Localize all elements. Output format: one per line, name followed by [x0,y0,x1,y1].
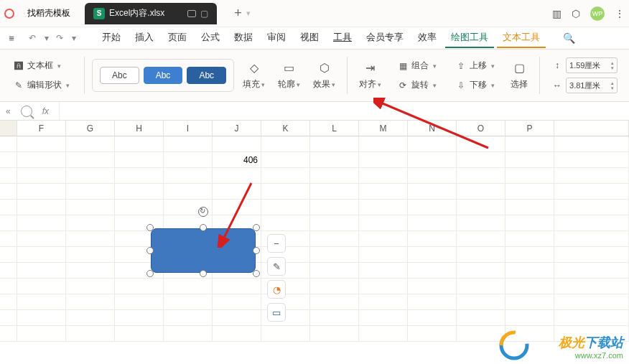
outline-button[interactable]: ▭ 轮廓▾ [274,60,304,92]
mini-minus-button[interactable]: − [267,234,286,253]
watermark-brand-1: 极光 [559,335,584,350]
move-up-button[interactable]: ⇪ 上移▾ [452,58,498,73]
width-icon: ↔ [551,80,563,91]
col-K[interactable]: K [261,121,310,136]
tab-label: 找稻壳模板 [27,7,70,19]
menu-formula[interactable]: 公式 [195,28,225,48]
resize-handle-n[interactable] [200,224,207,231]
rotate-button[interactable]: ⟳ 旋转▾ [394,78,439,93]
move-down-label: 下移 [470,79,487,91]
shape-style-gallery[interactable]: Abc Abc Abc [92,59,234,92]
mini-outline-button[interactable]: ▭ [267,303,286,322]
group-button[interactable]: ▦ 组合▾ [394,58,439,73]
ribbon-textbox-group: 🅰 文本框 ▾ ✎ 编辑形状 ▾ [6,58,77,93]
menu-start[interactable]: 开始 [96,28,126,48]
spreadsheet-grid[interactable]: F G H I J K L M N O P 406 [0,121,629,342]
align-button[interactable]: ⇥ 对齐▾ [355,60,386,92]
width-input[interactable]: 3.81厘米 ▴▾ [566,78,618,93]
col-I[interactable]: I [164,121,213,136]
tab-label: Excel内容.xlsx [109,7,164,19]
col-J[interactable]: J [213,121,261,136]
resize-handle-s[interactable] [200,270,207,277]
menu-member[interactable]: 会员专享 [360,28,409,48]
menu-tools[interactable]: 工具 [327,28,358,48]
tab-document[interactable]: S Excel内容.xlsx ▢ [85,3,217,24]
width-value: 3.81厘米 [569,80,600,91]
more-menu-icon[interactable]: ⋮ [615,8,625,19]
corner-cell[interactable] [0,121,17,136]
rounded-rectangle-shape[interactable] [151,228,256,273]
watermark: 极光下载站 www.xz7.com [559,334,623,360]
align-label: 对齐 [359,79,376,89]
edit-shape-button[interactable]: ✎ 编辑形状 ▾ [10,78,73,93]
package-icon[interactable]: ⬡ [572,8,580,19]
col-F[interactable]: F [17,121,66,136]
select-icon: ▢ [512,61,526,75]
col-P[interactable]: P [505,121,554,136]
menu-drawing-tools[interactable]: 绘图工具 [445,28,494,48]
watermark-logo-icon [498,330,530,361]
watermark-url: www.xz7.com [559,351,623,360]
style-preset-3[interactable]: Abc [187,67,226,84]
redo-dropdown[interactable]: ▾ [69,33,79,43]
col-N[interactable]: N [408,121,457,136]
move-down-button[interactable]: ⇩ 下移▾ [452,78,498,93]
cell-J[interactable]: 406 [213,152,261,167]
fill-icon: ◇ [247,61,261,75]
monitor-icon [187,10,196,17]
menu-insert[interactable]: 插入 [129,28,159,48]
menu-page[interactable]: 页面 [162,28,192,48]
undo-button[interactable]: ↶ [26,33,39,43]
resize-handle-ne[interactable] [253,224,260,231]
resize-handle-se[interactable] [253,270,260,277]
home-icon[interactable]: ≡ [4,31,19,45]
move-up-label: 上移 [470,60,487,72]
col-end[interactable] [554,121,629,136]
search-icon[interactable]: 🔍 [563,32,574,44]
move-up-icon: ⇪ [455,60,467,72]
formula-input[interactable] [59,102,623,120]
mini-edit-button[interactable]: ✎ [267,257,286,276]
col-O[interactable]: O [457,121,505,136]
height-input[interactable]: 1.59厘米 ▴▾ [566,57,618,73]
col-G[interactable]: G [66,121,115,136]
menu-view[interactable]: 视图 [294,28,325,48]
selected-shape[interactable] [151,228,256,273]
panel-icon[interactable]: ▥ [552,8,562,19]
menu-text-tools[interactable]: 文本工具 [497,28,546,48]
textbox-button[interactable]: 🅰 文本框 ▾ [10,58,73,73]
style-preset-1[interactable]: Abc [100,67,139,84]
formula-bar: « fx [0,102,629,121]
resize-handle-e[interactable] [253,247,260,254]
resize-handle-w[interactable] [146,247,154,254]
mini-fill-button[interactable]: ◔ [267,280,286,299]
menu-data[interactable]: 数据 [228,28,258,48]
edit-shape-icon: ✎ [13,80,24,91]
collapse-button[interactable]: « [6,106,11,116]
name-box-search-icon[interactable] [21,106,32,117]
fx-label[interactable]: fx [42,106,49,116]
tab-dropdown[interactable]: ▾ [246,9,251,18]
chevron-down-icon: ▾ [57,62,61,70]
undo-dropdown[interactable]: ▾ [42,33,52,43]
effect-button[interactable]: ⬡ 效果▾ [309,60,340,92]
textbox-icon: 🅰 [13,60,24,72]
resize-handle-sw[interactable] [146,270,154,277]
new-tab-button[interactable]: + [234,6,242,21]
rotate-icon: ⟳ [397,80,409,91]
user-avatar[interactable]: WP [590,6,605,21]
resize-handle-nw[interactable] [146,224,154,231]
col-L[interactable]: L [310,121,359,136]
col-M[interactable]: M [359,121,408,136]
effect-label: 效果 [313,79,330,89]
redo-button[interactable]: ↷ [53,33,66,43]
menu-review[interactable]: 审阅 [261,28,292,48]
menu-efficiency[interactable]: 效率 [412,28,442,48]
menu-tabs: 开始 插入 页面 公式 数据 审阅 视图 工具 会员专享 效率 绘图工具 文本工… [96,28,546,48]
rotate-handle[interactable] [198,207,208,217]
tab-templates[interactable]: 找稻壳模板 [19,3,79,24]
fill-button[interactable]: ◇ 填充▾ [238,60,269,92]
style-preset-2[interactable]: Abc [144,67,183,84]
col-H[interactable]: H [115,121,164,136]
select-button[interactable]: ▢ 选择 [506,60,532,92]
